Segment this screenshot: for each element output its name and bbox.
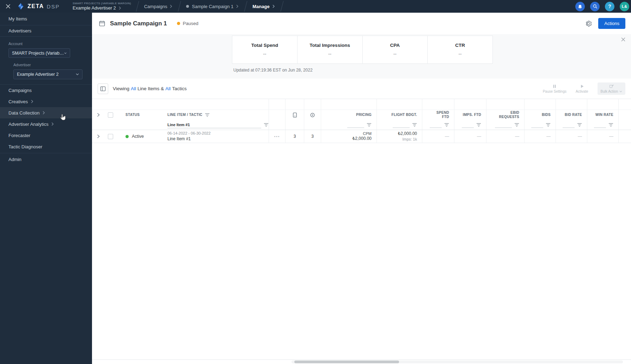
viewing-mid: Line Items & — [137, 86, 164, 91]
account-select-value: SMART Projects (Variable Margin) — [12, 51, 64, 56]
expand-row-icon[interactable] — [92, 130, 104, 143]
column-group-row — [92, 99, 631, 110]
pricing-value: ₺2,000.00 — [353, 136, 372, 142]
column-header-flight-bdgt[interactable]: FLIGHT BDGT. — [377, 110, 422, 120]
sidebar-item-label: Advertisers — [8, 28, 31, 33]
viewing-all-line-items-link[interactable]: All — [131, 86, 136, 91]
stat-value: -- — [263, 51, 266, 57]
row-checkbox[interactable] — [108, 134, 113, 139]
advertiser-section-label: Advertiser — [0, 58, 92, 67]
stat-total-impressions: Total Impressions -- — [298, 36, 363, 63]
stat-cpa: CPA -- — [363, 36, 428, 63]
account-select[interactable]: SMART Projects (Variable Margin) — [8, 48, 70, 58]
filter-bids[interactable] — [525, 120, 556, 130]
calendar-icon — [99, 20, 105, 27]
expand-all-icon[interactable] — [92, 110, 104, 120]
breadcrumb-item-campaign[interactable]: Sample Campaign 1 — [182, 4, 243, 9]
status-label: Paused — [183, 21, 198, 26]
column-header-bids[interactable]: BIDS — [525, 110, 556, 120]
column-header-label: LINE ITEM / TACTIC — [167, 113, 202, 117]
column-header-win-rate[interactable]: WIN RATE — [587, 110, 619, 120]
column-header-imps-ftd[interactable]: IMPS. FTD — [454, 110, 486, 120]
pause-settings-label: Pause Settings — [543, 90, 566, 93]
breadcrumb-item-manage[interactable]: Manage — [248, 4, 279, 9]
column-header-status[interactable]: STATUS — [116, 110, 163, 120]
breadcrumb-item-campaigns[interactable]: Campaigns — [140, 4, 177, 9]
avatar[interactable]: L& — [620, 2, 629, 11]
filter-ebid-requests[interactable] — [486, 120, 525, 130]
breadcrumb-separator — [177, 0, 182, 12]
filter-bid-rate[interactable] — [556, 120, 587, 130]
advertiser-select[interactable]: Example Advertiser 2 — [13, 69, 82, 79]
creatives-column-icon[interactable] — [286, 110, 304, 120]
chevron-right-icon — [43, 111, 45, 115]
row-line-item-cell[interactable]: 06-14-2022 - 06-30-2022 Line Item #1 — [163, 130, 269, 143]
filter-icon — [546, 123, 551, 127]
pricing-type: CPM — [363, 131, 372, 136]
stat-value: -- — [393, 51, 397, 57]
tactics-column-icon[interactable] — [304, 110, 321, 120]
row-pricing-cell: CPM ₺2,000.00 — [321, 130, 377, 143]
viewing-all-tactics-link[interactable]: All — [165, 86, 171, 91]
chevron-down-icon — [76, 73, 79, 75]
filter-pricing[interactable] — [321, 120, 377, 130]
row-bid-rate: — — [556, 130, 587, 143]
breadcrumb-label: Manage — [252, 4, 269, 9]
pause-settings-button[interactable]: Pause Settings — [543, 84, 566, 93]
line-items-table: STATUS LINE ITEM / TACTIC PRICING FLIGHT… — [92, 99, 631, 143]
filter-imps-ftd[interactable] — [454, 120, 486, 130]
bulk-action-label: Bulk Action — [601, 90, 618, 93]
stats-card: Total Spend -- Total Impressions -- CPA … — [232, 36, 493, 64]
sidebar-item-data-collection[interactable]: Data Collection — [0, 107, 92, 118]
viewing-summary: Viewing All Line Items & All Tactics — [113, 86, 188, 91]
sidebar: My Items Advertisers Account SMART Proje… — [0, 13, 92, 364]
filter-spend-ftd[interactable] — [422, 120, 454, 130]
sidebar-item-tactic-diagnoser[interactable]: Tactic Diagnoser — [0, 141, 92, 152]
toggle-panel-icon[interactable] — [98, 84, 108, 94]
stat-total-spend: Total Spend -- — [232, 36, 298, 63]
filter-icon — [205, 113, 210, 117]
gear-icon[interactable] — [585, 20, 592, 27]
row-line-item-name[interactable]: Line Item #1 — [167, 136, 191, 142]
row-menu-icon[interactable]: ••• — [274, 135, 280, 138]
filter-line-item[interactable]: Line Item #1 — [163, 120, 269, 130]
sidebar-item-admin[interactable]: Admin — [0, 153, 92, 165]
column-header-spend-ftd[interactable]: SPEND FTD — [422, 110, 454, 120]
column-header-bid-rate[interactable]: BID RATE — [556, 110, 587, 120]
bulk-action-button[interactable]: Bulk Action — [598, 82, 625, 95]
stat-label: CPA — [390, 43, 400, 48]
breadcrumb: SMART PROJECTS (VARIABLE MARGIN) Example… — [69, 0, 284, 13]
notifications-icon[interactable] — [575, 2, 585, 11]
account-section-label: Account — [0, 37, 92, 46]
sidebar-item-my-items[interactable]: My Items — [0, 13, 92, 25]
viewing-suffix: Tactics — [172, 86, 186, 91]
column-header-ebid-requests[interactable]: EBID REQUESTS — [486, 110, 525, 120]
actions-button[interactable]: Actions — [598, 18, 625, 29]
column-header-line-item[interactable]: LINE ITEM / TACTIC — [163, 110, 269, 120]
stat-label: Total Impressions — [310, 43, 350, 48]
search-icon[interactable] — [590, 2, 600, 11]
breadcrumb-advertiser-block[interactable]: SMART PROJECTS (VARIABLE MARGIN) Example… — [69, 2, 135, 11]
select-all-checkbox[interactable] — [108, 112, 113, 118]
activate-button[interactable]: Activate — [576, 84, 588, 93]
sidebar-item-creatives[interactable]: Creatives — [0, 96, 92, 107]
stats-close-icon[interactable] — [621, 37, 625, 42]
zeta-dsp-logo[interactable]: ZETA DSP — [17, 2, 63, 10]
table-row[interactable]: Active 06-14-2022 - 06-30-2022 Line Item… — [92, 130, 631, 143]
sidebar-item-forecaster[interactable]: Forecaster — [0, 130, 92, 141]
column-header-pricing[interactable]: PRICING — [321, 110, 377, 120]
sidebar-item-campaigns[interactable]: Campaigns — [0, 85, 92, 96]
filter-line-item-value[interactable]: Line Item #1 — [167, 123, 190, 127]
row-status-label: Active — [132, 134, 144, 139]
filter-win-rate[interactable] — [587, 120, 619, 130]
sidebar-item-advertisers[interactable]: Advertisers — [0, 25, 92, 37]
help-icon[interactable]: ? — [605, 2, 614, 11]
filter-flight-bdgt[interactable] — [377, 120, 422, 130]
document-icon — [292, 112, 298, 118]
sidebar-item-advertiser-analytics[interactable]: Advertiser Analytics — [0, 118, 92, 130]
close-icon[interactable] — [6, 4, 11, 9]
horizontal-scrollbar-thumb[interactable] — [294, 360, 399, 363]
column-header-label: EBID REQUESTS — [496, 111, 519, 119]
chevron-right-icon — [119, 6, 121, 10]
filter-icon — [444, 123, 449, 127]
